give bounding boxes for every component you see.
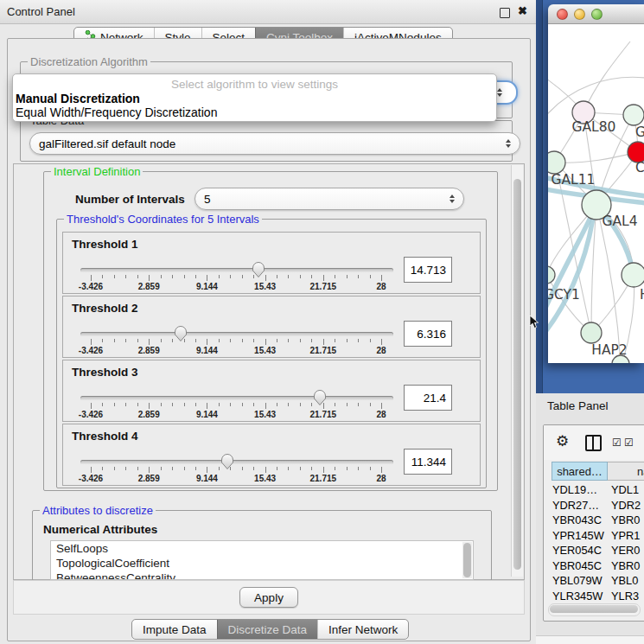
cell-shared-name: YDR27… xyxy=(552,499,599,512)
tick-mark xyxy=(335,339,335,342)
tick-mark xyxy=(149,339,150,345)
dropdown-options: Manual DiscretizationEqual Width/Frequen… xyxy=(13,92,496,119)
tick-mark xyxy=(300,339,301,342)
interval-definition-title: Interval Definition xyxy=(51,165,143,178)
attribute-item-selfloops[interactable]: SelfLoops xyxy=(51,541,473,556)
tick-mark xyxy=(184,467,185,470)
vertical-scrollbar-thumb[interactable] xyxy=(513,179,521,570)
slider-track[interactable] xyxy=(80,460,393,464)
tick-mark xyxy=(149,403,150,409)
tick-mark xyxy=(358,275,359,278)
table-row[interactable]: YDR27…YDR2 xyxy=(544,498,644,513)
cell-shared-name: YBR045C xyxy=(552,559,602,572)
tick-mark xyxy=(125,403,126,406)
tab-infer-network[interactable]: Infer Network xyxy=(317,620,408,639)
threshold-panel-3: Threshold 3-3.4262.8599.14415.4321.71528… xyxy=(62,360,481,422)
horizontal-scrollbar-thumb[interactable] xyxy=(550,605,638,613)
minimize-traffic-light[interactable] xyxy=(574,9,585,20)
tick-mark xyxy=(91,467,92,473)
threshold-value-input[interactable]: 6.316 xyxy=(404,321,452,347)
tick-mark xyxy=(230,467,231,470)
tick-mark xyxy=(323,403,324,409)
threshold-panel-4: Threshold 4-3.4262.8599.14415.4321.71528… xyxy=(62,424,481,486)
vertical-scrollbar[interactable] xyxy=(511,165,523,577)
control-panel: Control Panel ✖ NetworkStyleSelectCyni T… xyxy=(0,0,536,644)
tab-impute-data[interactable]: Impute Data xyxy=(132,620,217,639)
panel-divider xyxy=(536,0,543,393)
zoom-traffic-light[interactable] xyxy=(591,9,603,20)
tick-label: 9.144 xyxy=(196,346,218,355)
checkbox-icon[interactable]: ☑ xyxy=(612,437,622,449)
tick-mark xyxy=(137,403,138,406)
option-equal-width-frequency-discretization[interactable]: Equal Width/Frequency Discretization xyxy=(13,105,496,119)
column-header-shared-name[interactable]: shared… xyxy=(552,462,608,481)
tick-mark xyxy=(219,275,220,278)
cell-name: YBR0 xyxy=(611,559,640,572)
control-panel-titlebar: Control Panel ✖ xyxy=(0,0,536,24)
table-data-group: Table Data galFiltered.sif default node xyxy=(20,120,513,162)
tick-mark xyxy=(300,467,301,470)
column-header-name[interactable]: na xyxy=(608,462,644,481)
thresholds-coordinates-group: Threshold's Coordinates for 5 Intervals … xyxy=(56,219,487,488)
tick-label: 21.715 xyxy=(310,346,337,355)
network-window-titlebar[interactable] xyxy=(548,4,644,24)
node-h-partial[interactable] xyxy=(622,263,644,287)
number-of-intervals-combobox[interactable]: 5 xyxy=(194,188,464,210)
table-row[interactable]: YPR145WYPR1 xyxy=(544,528,644,544)
node-gal11[interactable] xyxy=(548,151,565,174)
tick-label: 15.43 xyxy=(254,282,276,291)
numerical-attributes-list[interactable]: SelfLoopsTopologicalCoefficientBetweenne… xyxy=(50,540,474,580)
tick-mark xyxy=(230,339,231,342)
gear-icon[interactable]: ⚙ xyxy=(556,433,569,450)
table-row[interactable]: YBR043CYBR0 xyxy=(544,513,644,528)
slider-track[interactable] xyxy=(80,332,393,336)
node-ga-partial[interactable] xyxy=(623,105,644,125)
tick-mark xyxy=(242,467,243,470)
table-row[interactable]: YDL19…YDL1 xyxy=(544,482,644,498)
threshold-value-input[interactable]: 11.344 xyxy=(404,449,452,475)
slider-handle[interactable] xyxy=(174,325,188,342)
slider-handle[interactable] xyxy=(220,453,234,470)
close-traffic-light[interactable] xyxy=(557,9,568,20)
table-row[interactable]: YBR045CYBR0 xyxy=(544,558,644,574)
tick-mark xyxy=(184,339,185,342)
horizontal-scrollbar[interactable] xyxy=(548,603,641,616)
tick-mark xyxy=(172,467,173,470)
tick-mark xyxy=(161,403,162,406)
option-manual-discretization[interactable]: Manual Discretization xyxy=(13,92,496,105)
node-hap2[interactable] xyxy=(581,322,602,343)
attribute-item-topologicalcoefficient[interactable]: TopologicalCoefficient xyxy=(51,556,473,571)
tick-label: 9.144 xyxy=(196,282,218,291)
cell-name: YDR2 xyxy=(611,499,641,512)
network-canvas[interactable]: GAL80GACGAL11GAL4GCY1HHAP2 xyxy=(548,24,644,363)
checkbox-icon[interactable]: ☑ xyxy=(624,437,634,449)
table-data-combobox[interactable]: galFiltered.sif default node xyxy=(29,132,520,155)
tick-label: 15.43 xyxy=(254,410,276,419)
tick-mark xyxy=(242,275,243,278)
table-row[interactable]: YLR345WYLR3 xyxy=(544,589,644,604)
apply-button[interactable]: Apply xyxy=(239,587,298,608)
tick-mark xyxy=(347,339,348,342)
threshold-value-input[interactable]: 14.713 xyxy=(404,257,452,283)
table-rows: YDL19…YDL1YDR27…YDR2YBR043CYBR0YPR145WYP… xyxy=(544,482,644,619)
table-row[interactable]: YBL079WYBL0 xyxy=(544,573,644,589)
list-scrollbar[interactable] xyxy=(462,542,472,578)
close-icon[interactable]: ✖ xyxy=(518,4,527,17)
split-columns-icon[interactable] xyxy=(585,435,602,451)
tick-mark xyxy=(207,339,207,345)
list-scrollbar-thumb[interactable] xyxy=(463,543,471,577)
slider-handle[interactable] xyxy=(313,389,327,406)
tab-discretize-data[interactable]: Discretize Data xyxy=(217,620,318,639)
node-gcy1[interactable] xyxy=(548,266,555,284)
float-window-icon[interactable] xyxy=(500,8,510,18)
tick-mark xyxy=(219,467,220,470)
slider-track[interactable] xyxy=(80,268,393,272)
threshold-value-input[interactable]: 21.4 xyxy=(404,385,452,411)
table-row[interactable]: YER054CYER0 xyxy=(544,543,644,558)
slider-track[interactable] xyxy=(80,396,393,400)
tick-label: 21.715 xyxy=(310,410,337,419)
attribute-item-betweennesscentrality[interactable]: BetweennessCentrality xyxy=(51,571,473,580)
cell-name: YPR1 xyxy=(611,529,640,542)
tick-mark xyxy=(277,467,277,470)
network-graph[interactable]: GAL80GACGAL11GAL4GCY1HHAP2 xyxy=(548,24,644,363)
